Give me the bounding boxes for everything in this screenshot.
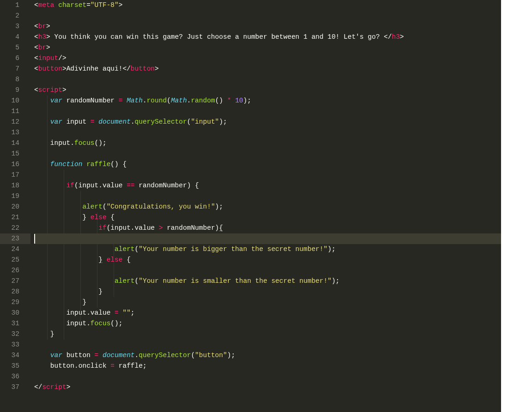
code-line[interactable]: <script>	[34, 85, 501, 96]
code-line[interactable]: } else {	[34, 212, 501, 223]
code-line[interactable]: <h3> You think you can win this game? Ju…	[34, 32, 501, 42]
line-number: 5	[0, 42, 30, 53]
line-number: 22	[0, 223, 30, 233]
line-number: 15	[0, 149, 30, 159]
code-line[interactable]: function raffle() {	[34, 159, 501, 170]
code-line[interactable]: <br>	[34, 42, 501, 53]
code-line[interactable]: alert("Your number is smaller than the s…	[34, 276, 501, 287]
line-number: 20	[0, 202, 30, 212]
code-line[interactable]	[34, 170, 501, 180]
code-line[interactable]	[34, 233, 501, 244]
line-number: 10	[0, 96, 30, 106]
line-number: 34	[0, 350, 30, 361]
code-line[interactable]: alert("Your number is bigger than the se…	[34, 244, 501, 255]
line-number: 4	[0, 32, 30, 42]
code-line[interactable]: }	[34, 287, 501, 297]
line-number: 11	[0, 106, 30, 117]
code-line[interactable]	[34, 149, 501, 159]
line-number: 26	[0, 265, 30, 276]
code-line[interactable]: if(input.value == randomNumber) {	[34, 180, 501, 191]
code-line[interactable]: input.focus();	[34, 318, 501, 329]
line-number: 24	[0, 244, 30, 255]
right-whitespace	[501, 0, 532, 412]
line-number: 21	[0, 212, 30, 223]
code-line[interactable]: var randomNumber = Math.round(Math.rando…	[34, 96, 501, 106]
code-line[interactable]	[34, 340, 501, 350]
code-line[interactable]: </script>	[34, 382, 501, 393]
line-number: 12	[0, 117, 30, 127]
code-line[interactable]: <input/>	[34, 53, 501, 64]
line-number: 31	[0, 318, 30, 329]
line-number: 14	[0, 138, 30, 149]
code-line[interactable]: button.onclick = raffle;	[34, 361, 501, 371]
line-number: 8	[0, 74, 30, 85]
line-number: 35	[0, 361, 30, 371]
line-number: 36	[0, 371, 30, 382]
line-number: 28	[0, 287, 30, 297]
line-number: 25	[0, 255, 30, 265]
line-number: 1	[0, 0, 30, 11]
code-line[interactable]: var input = document.querySelector("inpu…	[34, 117, 501, 127]
code-line[interactable]	[34, 191, 501, 202]
line-number: 37	[0, 382, 30, 393]
line-number: 6	[0, 53, 30, 64]
code-line[interactable]: input.value = "";	[34, 308, 501, 318]
code-line[interactable]	[34, 265, 501, 276]
code-area[interactable]: <meta charset="UTF-8"><br><h3> You think…	[30, 0, 501, 412]
line-number: 23	[0, 233, 30, 244]
line-number: 3	[0, 21, 30, 32]
code-editor[interactable]: 1234567891011121314151617181920212223242…	[0, 0, 501, 412]
line-number: 32	[0, 329, 30, 340]
line-number: 17	[0, 170, 30, 180]
code-line[interactable]: <meta charset="UTF-8">	[34, 0, 501, 11]
code-line[interactable]: input.focus();	[34, 138, 501, 149]
line-number: 2	[0, 11, 30, 21]
line-number: 7	[0, 64, 30, 74]
code-line[interactable]: <button>Adivinhe aqui!</button>	[34, 64, 501, 74]
code-line[interactable]	[34, 127, 501, 138]
code-line[interactable]: }	[34, 297, 501, 308]
line-number: 9	[0, 85, 30, 96]
code-line[interactable]: }	[34, 329, 501, 340]
text-cursor	[34, 234, 35, 244]
code-line[interactable]	[34, 11, 501, 21]
code-line[interactable]	[34, 74, 501, 85]
code-line[interactable]: <br>	[34, 21, 501, 32]
line-number: 18	[0, 180, 30, 191]
line-number: 29	[0, 297, 30, 308]
line-number: 33	[0, 340, 30, 350]
code-line[interactable]	[34, 371, 501, 382]
line-number: 13	[0, 127, 30, 138]
line-number: 27	[0, 276, 30, 287]
line-number: 30	[0, 308, 30, 318]
line-number: 19	[0, 191, 30, 202]
code-line[interactable]	[34, 106, 501, 117]
line-number-gutter: 1234567891011121314151617181920212223242…	[0, 0, 30, 412]
code-line[interactable]: alert("Congratulations, you win!");	[34, 202, 501, 212]
line-number: 16	[0, 159, 30, 170]
code-line[interactable]: } else {	[34, 255, 501, 265]
code-line[interactable]: if(input.value > randomNumber){	[34, 223, 501, 233]
code-line[interactable]: var button = document.querySelector("but…	[34, 350, 501, 361]
